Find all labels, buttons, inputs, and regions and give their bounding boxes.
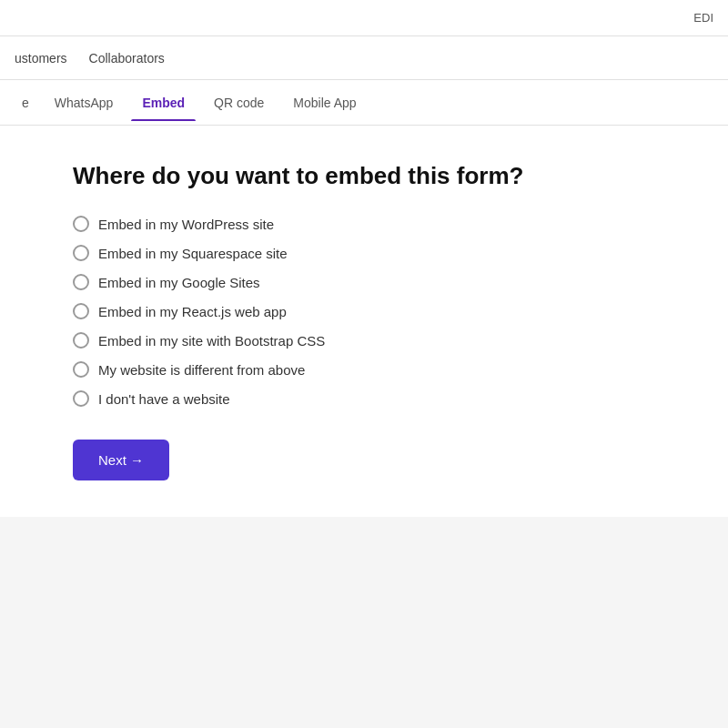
tab-mobile-app[interactable]: Mobile App xyxy=(282,85,367,121)
radio-different[interactable] xyxy=(73,361,89,378)
option-label-squarespace: Embed in my Squarespace site xyxy=(98,246,288,261)
option-different[interactable]: My website is different from above xyxy=(73,361,692,378)
option-wordpress[interactable]: Embed in my WordPress site xyxy=(73,216,692,232)
option-label-different: My website is different from above xyxy=(98,362,305,378)
option-label-google-sites: Embed in my Google Sites xyxy=(98,275,260,290)
bottom-section xyxy=(0,517,728,728)
option-squarespace[interactable]: Embed in my Squarespace site xyxy=(73,245,692,261)
options-list: Embed in my WordPress site Embed in my S… xyxy=(73,216,692,407)
option-google-sites[interactable]: Embed in my Google Sites xyxy=(73,274,692,290)
option-label-wordpress: Embed in my WordPress site xyxy=(98,217,274,232)
nav-bar: ustomers Collaborators xyxy=(0,36,728,80)
radio-wordpress[interactable] xyxy=(73,216,89,232)
radio-no-website[interactable] xyxy=(73,390,89,407)
radio-squarespace[interactable] xyxy=(73,245,89,261)
option-no-website[interactable]: I don't have a website xyxy=(73,390,692,407)
option-label-bootstrap: Embed in my site with Bootstrap CSS xyxy=(98,333,325,349)
nav-item-customers[interactable]: ustomers xyxy=(15,47,67,69)
radio-bootstrap[interactable] xyxy=(73,332,89,349)
main-content: Where do you want to embed this form? Em… xyxy=(0,126,728,517)
question-title: Where do you want to embed this form? xyxy=(73,162,692,190)
tab-qr-code[interactable]: QR code xyxy=(203,85,275,121)
tab-whatsapp[interactable]: WhatsApp xyxy=(44,85,125,121)
option-label-no-website: I don't have a website xyxy=(98,391,230,407)
nav-item-collaborators[interactable]: Collaborators xyxy=(89,47,165,69)
top-bar: EDI xyxy=(0,0,728,36)
edit-label: EDI xyxy=(693,11,713,25)
tab-truncated[interactable]: e xyxy=(15,85,36,121)
option-bootstrap[interactable]: Embed in my site with Bootstrap CSS xyxy=(73,332,692,349)
tab-embed[interactable]: Embed xyxy=(131,85,196,121)
radio-reactjs[interactable] xyxy=(73,303,89,319)
option-label-reactjs: Embed in my React.js web app xyxy=(98,304,287,319)
tabs-bar: e WhatsApp Embed QR code Mobile App xyxy=(0,80,728,126)
next-button[interactable]: Next → xyxy=(73,440,169,480)
radio-google-sites[interactable] xyxy=(73,274,89,290)
option-reactjs[interactable]: Embed in my React.js web app xyxy=(73,303,692,319)
